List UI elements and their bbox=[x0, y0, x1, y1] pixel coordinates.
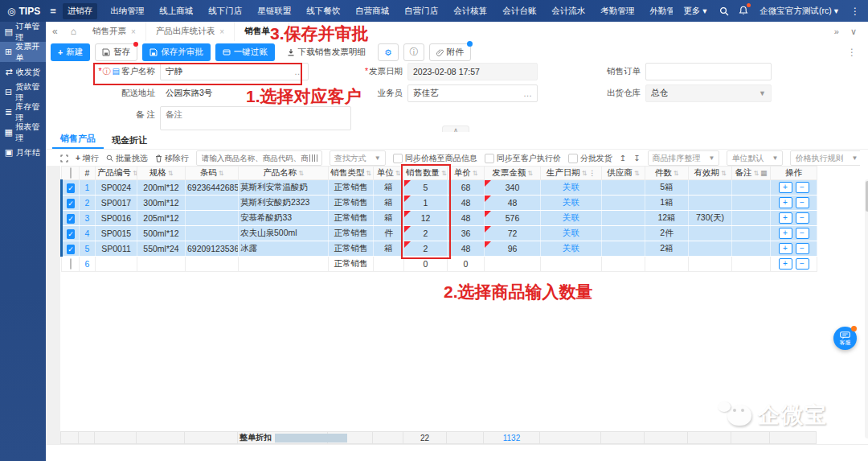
add-line-button[interactable]: + bbox=[779, 258, 792, 270]
tab-销售开票[interactable]: 销售开票× bbox=[83, 22, 146, 41]
align-top-icon[interactable]: ↥ bbox=[620, 154, 626, 163]
customer-picker-ellipsis[interactable]: … bbox=[289, 67, 308, 76]
warehouse-select[interactable]: 总仓 ▼ bbox=[645, 84, 772, 102]
column-header-销售类型[interactable]: 销售类型⇅ bbox=[329, 167, 374, 180]
sort-icon[interactable]: ⇅ bbox=[441, 170, 447, 177]
cell-prod_date[interactable]: 关联 bbox=[541, 211, 602, 226]
info-button[interactable]: ⓘ bbox=[403, 43, 424, 61]
customer-field[interactable]: … bbox=[160, 63, 309, 80]
checkbox-icon[interactable]: ✓ bbox=[67, 183, 75, 193]
cell-prod_date[interactable] bbox=[541, 257, 602, 272]
search-icon[interactable] bbox=[719, 6, 729, 16]
row-select-cell[interactable]: ✓ bbox=[62, 211, 80, 226]
tab-menu-chevron-icon[interactable]: ∨ bbox=[850, 27, 857, 37]
column-header-备注[interactable]: 备注⇅▦ bbox=[732, 167, 771, 180]
sort-icon[interactable]: ⇅ bbox=[168, 170, 174, 177]
topbar-more-menu[interactable]: 更多 ▾ bbox=[681, 4, 709, 19]
remark-field[interactable] bbox=[160, 106, 351, 130]
column-header-件数[interactable]: 件数⇅ bbox=[645, 167, 689, 180]
cell-qty[interactable]: 12 bbox=[404, 211, 448, 226]
column-header-单位[interactable]: 单位⇅ bbox=[374, 167, 404, 180]
salesman-field[interactable]: … bbox=[407, 84, 538, 102]
sales-order-input[interactable] bbox=[646, 67, 771, 76]
checkbox-icon[interactable]: ✓ bbox=[67, 229, 75, 239]
sort-products-select[interactable]: 商品排序整理▼ bbox=[648, 150, 720, 166]
vertical-scrollbar[interactable] bbox=[865, 179, 868, 438]
sort-icon[interactable]: ⇅ bbox=[582, 170, 588, 177]
tab-close-icon[interactable]: × bbox=[219, 27, 224, 36]
topbar-nav-item[interactable]: 会计流水 bbox=[549, 4, 588, 19]
find-mode-select[interactable]: 查找方式▼ bbox=[330, 150, 386, 166]
add-line-button[interactable]: + bbox=[779, 212, 792, 224]
sort-icon[interactable]: ⇅ bbox=[395, 170, 401, 177]
topbar-nav-item[interactable]: 会计台账 bbox=[500, 4, 538, 19]
sort-icon[interactable]: ⇅ bbox=[133, 170, 137, 177]
sort-icon[interactable]: ⇅ bbox=[473, 170, 478, 177]
more-tabs-icon[interactable]: » bbox=[834, 27, 839, 37]
fullscreen-icon[interactable] bbox=[60, 154, 68, 163]
topbar-overflow-icon[interactable]: ⋮ bbox=[850, 6, 860, 17]
sort-icon[interactable]: ⇅ bbox=[674, 170, 679, 177]
column-header-有效期[interactable]: 有效期⇅ bbox=[689, 167, 732, 180]
add-row-button[interactable]: +增行 bbox=[76, 153, 99, 164]
topbar-nav-item[interactable]: 会计核算 bbox=[451, 4, 489, 19]
topbar-nav-item[interactable]: 自营门店 bbox=[402, 4, 440, 19]
topbar-nav-item[interactable]: 进销存 bbox=[63, 3, 98, 19]
sales-order-field[interactable] bbox=[645, 63, 772, 80]
checkbox-icon[interactable]: ✓ bbox=[67, 245, 75, 254]
order-discount-input[interactable] bbox=[275, 434, 347, 442]
collapse-tabs-icon[interactable]: « bbox=[46, 26, 64, 37]
topbar-nav-item[interactable]: 线下餐饮 bbox=[304, 4, 342, 19]
sort-icon[interactable]: ⇅ bbox=[219, 170, 224, 177]
add-line-button[interactable]: + bbox=[779, 197, 792, 208]
tab-close-icon[interactable]: × bbox=[275, 27, 280, 36]
settings-button[interactable]: ⚙ bbox=[378, 43, 399, 61]
remove-line-button[interactable]: − bbox=[796, 243, 809, 254]
sidebar-item-invoicing[interactable]: ⊞发票开单 bbox=[0, 42, 46, 62]
account-menu[interactable]: 企微宝官方测试(rc) ▾ bbox=[758, 4, 841, 19]
batch-ship-checkbox[interactable]: 分批发货 bbox=[568, 153, 612, 164]
column-header-单价[interactable]: 单价⇅ bbox=[448, 167, 485, 180]
sort-icon[interactable]: ⇅ bbox=[366, 170, 371, 177]
salesman-input[interactable] bbox=[408, 88, 518, 98]
salesman-picker-ellipsis[interactable]: … bbox=[518, 88, 537, 98]
cell-qty[interactable]: 5 bbox=[404, 180, 448, 196]
address-field[interactable] bbox=[160, 84, 309, 102]
checkbox-icon[interactable]: ✓ bbox=[67, 199, 75, 208]
checkbox-icon[interactable] bbox=[70, 258, 72, 270]
row-select-cell[interactable]: ✓ bbox=[62, 241, 80, 257]
remark-input[interactable] bbox=[161, 107, 350, 119]
remove-line-button[interactable]: − bbox=[796, 212, 809, 224]
column-header-销售数量[interactable]: 销售数量⇅ bbox=[404, 167, 448, 180]
toolbar-overflow-icon[interactable]: ⋮ bbox=[847, 47, 857, 58]
app-logo[interactable]: ◎TIPS bbox=[0, 6, 48, 17]
attachment-button[interactable]: 附件 bbox=[429, 43, 471, 61]
home-icon[interactable]: ⌂ bbox=[64, 26, 83, 37]
cell-prod_date[interactable]: 关联 bbox=[541, 196, 602, 211]
customer-service-button[interactable]: 客服 bbox=[833, 327, 857, 350]
one-click-post-button[interactable]: 一键过账 bbox=[215, 43, 275, 61]
sort-icon[interactable]: ⇅ bbox=[753, 170, 759, 177]
tab-close-icon[interactable]: × bbox=[131, 27, 136, 36]
remove-row-button[interactable]: 移除行 bbox=[155, 153, 189, 164]
column-header-产品名称[interactable]: 产品名称⇅ bbox=[239, 167, 329, 180]
grid-icon[interactable]: ▦ bbox=[760, 169, 768, 177]
row-select-cell[interactable]: ✓ bbox=[62, 196, 80, 211]
customer-input[interactable] bbox=[161, 67, 289, 76]
document-icon[interactable]: ▤ bbox=[113, 67, 120, 76]
save-approve-button[interactable]: 保存并审批 bbox=[142, 43, 211, 61]
sort-icon[interactable]: ⇅ bbox=[298, 170, 304, 177]
column-header-生产日期[interactable]: 生产日期⇅⋮ bbox=[541, 167, 602, 180]
remove-line-button[interactable]: − bbox=[796, 228, 809, 239]
invoice-date-field[interactable]: 2023-02-08 17:57 bbox=[407, 63, 538, 80]
topbar-nav-item[interactable]: 线上商城 bbox=[157, 4, 195, 19]
topbar-nav-item[interactable]: 星链联盟 bbox=[255, 4, 293, 19]
cell-qty[interactable]: 2 bbox=[404, 226, 448, 241]
remove-line-button[interactable]: − bbox=[796, 197, 809, 208]
download-invoice-detail-button[interactable]: 下载销售发票明细 bbox=[280, 43, 373, 61]
product-search-input[interactable] bbox=[200, 153, 309, 163]
sidebar-item-month-end[interactable]: ▣月年结 bbox=[0, 142, 46, 163]
unit-default-select[interactable]: 单位默认▼ bbox=[727, 150, 783, 166]
checkbox-icon[interactable]: ✓ bbox=[67, 214, 75, 224]
topbar-nav-item[interactable]: 外勤管理 bbox=[647, 4, 673, 19]
